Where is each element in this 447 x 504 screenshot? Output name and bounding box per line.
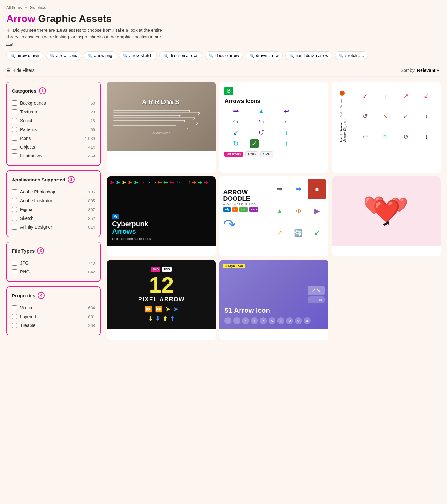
categories-header: Categories 1 <box>12 87 95 94</box>
checkbox-affinity[interactable] <box>12 225 17 230</box>
search-icon: 🔍 <box>50 54 55 58</box>
checkbox-icons[interactable] <box>12 136 17 141</box>
filter-item-affinity: Affinity Designer 814 <box>12 223 95 232</box>
hide-filters-button[interactable]: ☰ Hide Filters <box>6 68 35 73</box>
breadcrumb-all-items[interactable]: All Items <box>6 5 22 10</box>
grid-item-arrows-icons[interactable]: B Arrows icons ➡ ▲ ↩ ↪ ↪ ← ↙ ↺ ↓ ↻ <box>219 82 328 173</box>
search-tag-sketch-a...[interactable]: 🔍sketch a... <box>335 51 368 60</box>
filter-item-objects: Objects 414 <box>12 143 95 152</box>
checkbox-objects[interactable] <box>12 145 17 150</box>
search-tag-arrow-drawn[interactable]: 🔍arrow drawn <box>6 51 43 60</box>
breadcrumb: All Items » Graphics <box>6 5 441 10</box>
search-icon: 🔍 <box>209 54 214 58</box>
search-tag-hand-drawn-arrow[interactable]: 🔍hand drawn arrow <box>285 51 332 60</box>
label-icons[interactable]: Icons <box>20 136 82 141</box>
grid-item-pixel[interactable]: SVG PNG 12 PIXEL ARROW ⏩ ⏩ ➤ ➤ ⬇ ⬇ ⬆ <box>107 260 216 340</box>
label-illustrations[interactable]: Illustrations <box>20 153 85 158</box>
filter-item-jpg: JPG 740 <box>12 259 95 267</box>
sort-dropdown[interactable]: Relevant Newest Popular <box>416 67 441 73</box>
grid-item-hearts[interactable]: ❤️ ❤️ ❤️ ➡ <box>332 176 441 256</box>
categories-section: Categories 1 Backgrounds 60 Textures 23 … <box>6 82 101 166</box>
count-png: 1,642 <box>85 270 95 274</box>
properties-badge: 4 <box>38 292 45 299</box>
applications-header: Applications Supported 2 <box>12 176 95 183</box>
search-icon: 🔍 <box>289 54 294 58</box>
arrows-icons-tags: 38 icons PNG SVG <box>224 151 323 157</box>
ps-badge: Ps <box>112 214 119 219</box>
grid-item-arrows-sketch[interactable]: ARROWS arrow sketch <box>107 82 216 173</box>
count-photoshop: 1,195 <box>85 190 95 194</box>
label-patterns[interactable]: Patterns <box>20 127 88 132</box>
filter-item-icons: Icons 1,039 <box>12 134 95 143</box>
grid-item-direction-arrows[interactable]: Boho Series Hand DrawnArrow Objects ↙ ↑ … <box>332 82 441 173</box>
cyberpunk-title: CyberpunkArrows <box>112 220 151 235</box>
checkbox-social[interactable] <box>12 118 17 123</box>
filter-item-figma: Figma 867 <box>12 205 95 214</box>
pixel-number: 12 <box>149 274 174 296</box>
grid-item-doodle[interactable]: ARROWDOODLE AVAILABLE FILES Afp Ai SVG P… <box>219 176 328 256</box>
grid-item-51arrow[interactable]: 3 Style Icon 51 Arrow Icon → ← ↑ ↓ ↗ ↘ ↙… <box>219 260 328 340</box>
label-illustrator[interactable]: Adobe Illustrator <box>20 198 82 203</box>
filter-item-sketch: Sketch 852 <box>12 214 95 223</box>
checkbox-textures[interactable] <box>12 109 17 114</box>
label-objects[interactable]: Objects <box>20 145 85 150</box>
count-illustrations: 459 <box>88 154 95 158</box>
categories-badge: 1 <box>39 87 46 94</box>
main-layout: Categories 1 Backgrounds 60 Textures 23 … <box>6 82 441 340</box>
search-tag-arrow-png[interactable]: 🔍arrow png <box>84 51 116 60</box>
checkbox-tileable[interactable] <box>12 323 17 328</box>
label-png[interactable]: PNG <box>20 269 82 274</box>
label-jpg[interactable]: JPG <box>20 261 85 266</box>
checkbox-illustrations[interactable] <box>12 153 17 158</box>
count-figma: 867 <box>88 207 95 212</box>
tag-icon-count: 38 icons <box>224 152 243 157</box>
checkbox-photoshop[interactable] <box>12 189 17 194</box>
file-types-badge: 3 <box>37 247 44 254</box>
file-types-section: File Types 3 JPG 740 PNG 1,642 <box>6 242 101 282</box>
breadcrumb-graphics[interactable]: Graphics <box>30 5 46 10</box>
count-illustrator: 1,805 <box>85 198 95 203</box>
search-tag-arrow-sketch[interactable]: 🔍arrow sketch <box>119 51 157 60</box>
search-tag-direction-arrows[interactable]: 🔍direction arrows <box>159 51 203 60</box>
arrow51-title: 51 Arrow Icon <box>224 306 323 315</box>
checkbox-backgrounds[interactable] <box>12 100 17 106</box>
count-tileable: 268 <box>88 323 95 328</box>
checkbox-figma[interactable] <box>12 207 17 212</box>
label-textures[interactable]: Textures <box>20 109 88 114</box>
checkbox-patterns[interactable] <box>12 127 17 132</box>
label-social[interactable]: Social <box>20 118 88 123</box>
applications-title: Applications Supported <box>12 177 65 182</box>
hearts-thumbnail: ❤️ ❤️ ❤️ ➡ <box>332 176 441 246</box>
checkbox-layered[interactable] <box>12 314 17 319</box>
label-layered[interactable]: Layered <box>20 314 82 319</box>
search-tags-row: 🔍arrow drawn🔍arrow icons🔍arrow png🔍arrow… <box>6 51 441 61</box>
file-types-title: File Types <box>12 248 35 254</box>
applications-section: Applications Supported 2 Adobe Photoshop… <box>6 170 101 237</box>
checkbox-vector[interactable] <box>12 305 17 310</box>
count-backgrounds: 60 <box>91 101 95 106</box>
search-tag-doodle-arrow[interactable]: 🔍doodle arrow <box>205 51 243 60</box>
label-backgrounds[interactable]: Backgrounds <box>20 100 88 106</box>
checkbox-sketch[interactable] <box>12 216 17 221</box>
search-tag-drawn-arrow[interactable]: 🔍drawn arrow <box>246 51 283 60</box>
search-icon: 🔍 <box>339 54 344 58</box>
checkbox-jpg[interactable] <box>12 261 17 266</box>
checkbox-illustrator[interactable] <box>12 198 17 203</box>
grid-item-cyberpunk[interactable]: ➤ ➤ ➤ ➤ ➤ ⇒ ⇒ ⇒ ⬅ ⬅ ⬅ ↔ ⟹ ➜ ➜ <box>107 176 216 256</box>
arrow51-badge: 3 Style Icon <box>223 264 245 268</box>
sidebar: Categories 1 Backgrounds 60 Textures 23 … <box>6 82 101 340</box>
properties-header: Properties 4 <box>12 292 95 299</box>
label-figma[interactable]: Figma <box>20 207 85 212</box>
file-types-header: File Types 3 <box>12 247 95 254</box>
search-tag-arrow-icons[interactable]: 🔍arrow icons <box>46 51 81 60</box>
count-jpg: 740 <box>88 261 95 266</box>
count-textures: 23 <box>91 110 95 114</box>
label-photoshop[interactable]: Adobe Photoshop <box>20 189 82 194</box>
label-sketch[interactable]: Sketch <box>20 216 85 221</box>
label-vector[interactable]: Vector <box>20 305 82 310</box>
label-tileable[interactable]: Tileable <box>20 323 85 328</box>
arrows-wood-thumbnail: ARROWS arrow sketch <box>107 82 216 151</box>
checkbox-png[interactable] <box>12 269 17 274</box>
cyberpunk-subtitle: Psd Customizable Filles <box>112 237 151 241</box>
label-affinity[interactable]: Affinity Designer <box>20 225 85 230</box>
